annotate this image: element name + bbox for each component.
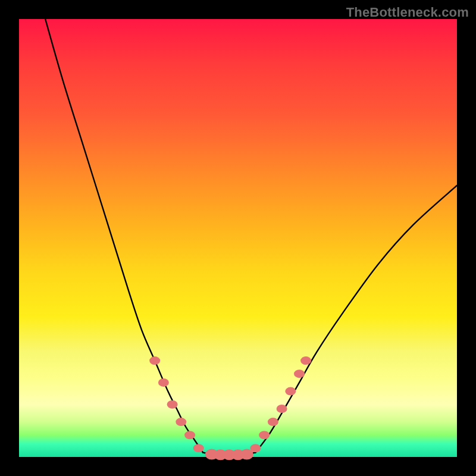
marker-group-right [250,356,311,452]
marker-dot [277,405,287,413]
curve-right-ascent [255,186,457,453]
marker-dot [184,431,195,439]
watermark-label: TheBottleneck.com [346,5,469,20]
marker-group-trough [205,449,253,461]
marker-dot [167,400,178,409]
marker-dot [300,356,311,365]
marker-dot [268,418,278,426]
marker-dot [285,387,296,396]
marker-dot [294,369,305,378]
marker-dot [149,356,160,365]
marker-dot [259,431,270,439]
marker-group-left [149,356,204,452]
chart-frame: TheBottleneck.com [0,0,476,476]
marker-dot [158,378,169,387]
marker-dot [193,444,204,452]
chart-overlay [19,19,457,457]
curve-left-descent [45,19,203,453]
marker-dot [176,418,186,426]
marker-dot [250,444,261,452]
